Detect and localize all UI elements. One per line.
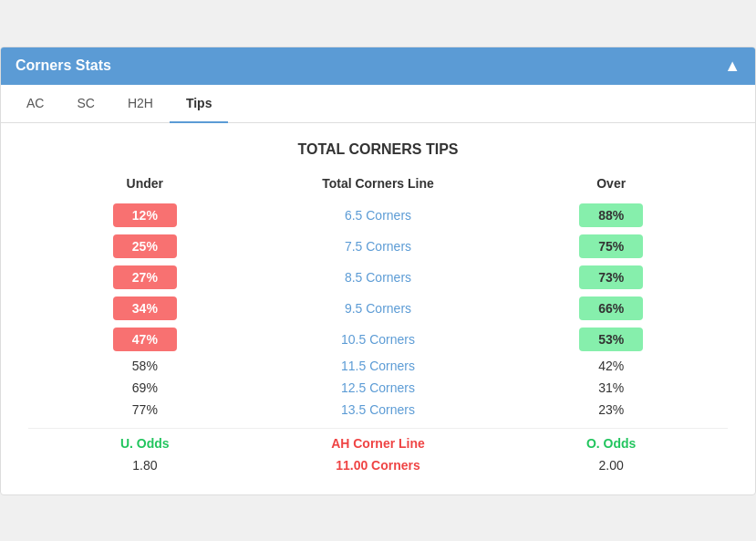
table-row: 58%11.5 Corners42%	[28, 355, 728, 377]
ah-line-value: 11.00 Corners	[262, 458, 495, 473]
over-cell: 75%	[494, 234, 728, 258]
line-cell: 9.5 Corners	[262, 301, 495, 316]
under-cell: 27%	[28, 265, 262, 289]
line-cell: 7.5 Corners	[262, 239, 495, 254]
over-cell: 23%	[494, 402, 728, 417]
line-cell: 6.5 Corners	[262, 208, 495, 223]
under-badge: 25%	[113, 234, 177, 258]
line-column-header: Total Corners Line	[262, 176, 495, 191]
ah-line-label: AH Corner Line	[262, 436, 495, 451]
odds-header-row: U. Odds AH Corner Line O. Odds	[28, 428, 728, 454]
over-cell: 31%	[494, 380, 728, 395]
over-cell: 66%	[494, 297, 728, 320]
tab-tips[interactable]: Tips	[170, 85, 229, 123]
over-column-header: Over	[494, 176, 728, 191]
section-title: TOTAL CORNERS TIPS	[28, 141, 728, 158]
table-row: 12%6.5 Corners88%	[28, 200, 728, 231]
under-cell: 34%	[28, 297, 262, 320]
under-cell: 12%	[28, 203, 262, 227]
under-odds-label: U. Odds	[28, 436, 262, 451]
over-cell: 88%	[494, 203, 728, 227]
table-row: 25%7.5 Corners75%	[28, 231, 728, 262]
tab-ac[interactable]: AC	[10, 85, 60, 123]
widget-title: Corners Stats	[16, 57, 111, 74]
table-row: 47%10.5 Corners53%	[28, 324, 728, 355]
chevron-up-icon[interactable]: ▲	[724, 57, 740, 76]
tab-sc[interactable]: SC	[60, 85, 110, 123]
odds-values-row: 1.80 11.00 Corners 2.00	[28, 454, 728, 476]
under-cell: 25%	[28, 234, 262, 258]
line-cell: 8.5 Corners	[262, 270, 495, 285]
table-row: 27%8.5 Corners73%	[28, 262, 728, 293]
line-cell: 10.5 Corners	[262, 332, 495, 347]
over-badge: 66%	[579, 297, 643, 320]
under-odds-value: 1.80	[28, 458, 262, 473]
over-badge: 88%	[579, 203, 643, 227]
widget-header: Corners Stats ▲	[1, 47, 755, 85]
line-cell: 12.5 Corners	[262, 380, 495, 395]
table-row: 77%13.5 Corners23%	[28, 399, 728, 421]
over-cell: 42%	[494, 359, 728, 373]
tabs-bar: AC SC H2H Tips	[1, 85, 755, 123]
widget: Corners Stats ▲ AC SC H2H Tips TOTAL COR…	[0, 47, 756, 495]
over-badge: 53%	[579, 328, 643, 351]
over-cell: 73%	[494, 265, 728, 289]
over-odds-label: O. Odds	[494, 436, 728, 451]
table-row: 34%9.5 Corners66%	[28, 293, 728, 324]
under-cell: 58%	[28, 359, 262, 373]
over-badge: 73%	[579, 265, 643, 289]
line-cell: 13.5 Corners	[262, 402, 495, 417]
under-cell: 47%	[28, 328, 262, 351]
under-column-header: Under	[28, 176, 262, 191]
tab-h2h[interactable]: H2H	[111, 85, 170, 123]
under-cell: 77%	[28, 402, 262, 417]
under-cell: 69%	[28, 380, 262, 395]
under-badge: 34%	[113, 297, 177, 320]
table-header: Under Total Corners Line Over	[28, 176, 728, 191]
rows-container: 12%6.5 Corners88%25%7.5 Corners75%27%8.5…	[28, 200, 728, 421]
under-badge: 27%	[113, 265, 177, 289]
under-badge: 12%	[113, 203, 177, 227]
over-cell: 53%	[494, 328, 728, 351]
under-badge: 47%	[113, 328, 177, 351]
over-badge: 75%	[579, 234, 643, 258]
table-row: 69%12.5 Corners31%	[28, 377, 728, 399]
line-cell: 11.5 Corners	[262, 359, 495, 373]
over-odds-value: 2.00	[494, 458, 728, 473]
tips-content: TOTAL CORNERS TIPS Under Total Corners L…	[1, 123, 755, 494]
